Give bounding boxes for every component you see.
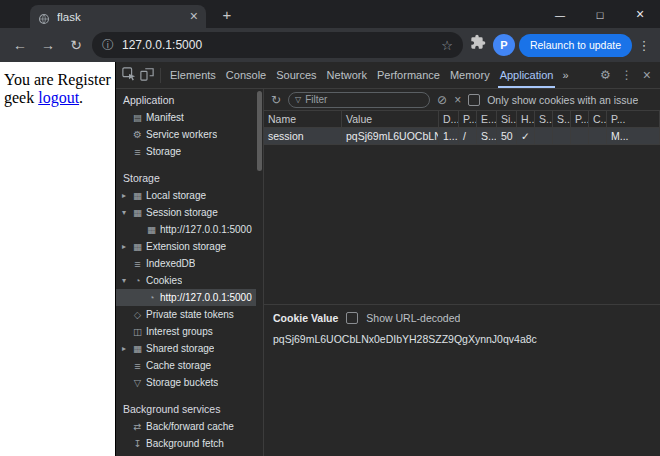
devtools-tab-memory[interactable]: Memory: [445, 62, 495, 88]
column-header-s-8[interactable]: S...: [553, 111, 571, 127]
new-tab-button[interactable]: [216, 4, 238, 26]
delete-selected-icon[interactable]: [454, 93, 461, 107]
devtools-menu-icon[interactable]: [616, 68, 638, 82]
tree-item-local-storage[interactable]: ▸Local storage: [116, 187, 256, 204]
browser-toolbar: 127.0.0.1:5000 P Relaunch to update: [0, 28, 660, 62]
tab-title: flask: [57, 11, 190, 23]
site-info-icon[interactable]: [102, 37, 114, 54]
tree-item-label: http://127.0.0.1:5000: [160, 224, 252, 235]
cookie-cell-11: M...: [607, 128, 660, 144]
column-header-c-10[interactable]: C...: [589, 111, 607, 127]
tree-item-label: Cookies: [146, 275, 182, 286]
minimize-button[interactable]: [540, 0, 580, 28]
tree-item-indexeddb[interactable]: IndexedDB: [116, 255, 256, 272]
column-header-h-6[interactable]: H...: [517, 111, 535, 127]
storage-icon: [131, 207, 144, 218]
tree-item-http-127-0-0-1-5000[interactable]: http://127.0.0.1:5000: [116, 221, 256, 238]
column-header-name-0[interactable]: Name: [264, 111, 342, 127]
tree-item-http-127-0-0-1-5000[interactable]: http://127.0.0.1:5000: [116, 289, 256, 306]
devtools-tab-elements[interactable]: Elements: [165, 62, 221, 88]
browser-tab[interactable]: flask: [30, 5, 206, 28]
tree-item-background-fetch[interactable]: Background fetch: [116, 435, 256, 452]
tree-item-label: Cache storage: [146, 360, 211, 371]
tree-item-service-workers[interactable]: Service workers: [116, 126, 256, 143]
devtools-tab-network[interactable]: Network: [322, 62, 372, 88]
tree-item-session-storage[interactable]: ▾Session storage: [116, 204, 256, 221]
tree-item-manifest[interactable]: Manifest: [116, 109, 256, 126]
cookie-cell-5: 50: [497, 128, 517, 144]
cookie-value-text: pqSj69mL6UOCbLNx0eDIbYH28SZZ9QgXynnJ0qv4…: [273, 333, 651, 345]
column-header-p-3[interactable]: P...: [459, 111, 477, 127]
column-header-p-9[interactable]: P...: [571, 111, 589, 127]
toolbar-divider: [160, 68, 161, 83]
inspect-element-icon[interactable]: [120, 67, 138, 83]
device-toolbar-icon[interactable]: [138, 67, 156, 83]
storage-icon: [131, 190, 144, 201]
refresh-icon[interactable]: [271, 93, 281, 107]
tree-item-label: Local storage: [146, 190, 206, 201]
browser-menu-icon[interactable]: [636, 38, 652, 53]
tree-item-extension-storage[interactable]: ▸Extension storage: [116, 238, 256, 255]
show-url-decoded-checkbox[interactable]: [346, 312, 358, 324]
forward-icon[interactable]: [36, 33, 60, 57]
expander-collapsed-icon[interactable]: ▸: [122, 191, 131, 200]
tree-item-shared-storage[interactable]: ▸Shared storage: [116, 340, 256, 357]
cookie-value-preview: Cookie Value Show URL-decoded pqSj69mL6U…: [264, 304, 660, 456]
logout-link[interactable]: logout: [38, 89, 79, 106]
database-icon: [131, 146, 144, 158]
cookie-value-title: Cookie Value: [273, 312, 338, 324]
back-icon[interactable]: [8, 33, 32, 57]
tree-section-storage: Storage: [116, 169, 256, 187]
manifest-icon: [131, 112, 144, 123]
window-close-button[interactable]: [620, 0, 660, 28]
devtools-tab-list: ElementsConsoleSourcesNetworkPerformance…: [165, 62, 558, 88]
tree-item-background-syncs[interactable]: Background syncs: [116, 452, 256, 456]
cookie-icon: [145, 292, 158, 303]
tree-item-cookies[interactable]: ▾Cookies: [116, 272, 256, 289]
cookie-table-row[interactable]: sessionpqSj69mL6UOCbLNx...1.../S...50✓M.…: [264, 128, 660, 145]
column-header-value-1[interactable]: Value: [342, 111, 439, 127]
cookie-cell-6: ✓: [517, 128, 535, 144]
maximize-button[interactable]: [580, 0, 620, 28]
tree-item-label: Manifest: [146, 112, 184, 123]
profile-avatar[interactable]: P: [493, 34, 515, 56]
devtools-tab-application[interactable]: Application: [495, 62, 559, 88]
column-header-p-11[interactable]: P...: [607, 111, 660, 127]
expander-collapsed-icon[interactable]: ▸: [122, 242, 131, 251]
column-header-si-5[interactable]: Si...: [497, 111, 517, 127]
devtools-tab-performance[interactable]: Performance: [372, 62, 445, 88]
tree-item-back-forward-cache[interactable]: Back/forward cache: [116, 418, 256, 435]
tree-item-storage-buckets[interactable]: Storage buckets: [116, 374, 256, 391]
tab-close-icon[interactable]: [190, 10, 198, 23]
relaunch-update-button[interactable]: Relaunch to update: [519, 34, 632, 57]
address-bar[interactable]: 127.0.0.1:5000: [92, 32, 463, 58]
sidebar-scrollbar[interactable]: [256, 89, 263, 456]
reload-icon[interactable]: [64, 33, 88, 57]
cookie-filter[interactable]: [288, 92, 430, 108]
devtools-tab-console[interactable]: Console: [221, 62, 271, 88]
devtools-close-icon[interactable]: [638, 67, 656, 83]
expander-collapsed-icon[interactable]: ▸: [122, 344, 131, 353]
tree-item-private-state-tokens[interactable]: Private state tokens: [116, 306, 256, 323]
service-worker-icon: [131, 129, 144, 140]
column-header-e-4[interactable]: E...: [477, 111, 497, 127]
devtools-settings-icon[interactable]: [595, 68, 616, 82]
clear-all-cookies-icon[interactable]: [437, 93, 447, 107]
bookmark-star-icon[interactable]: [441, 38, 453, 53]
only-issues-checkbox[interactable]: [468, 94, 480, 106]
tree-item-interest-groups[interactable]: Interest groups: [116, 323, 256, 340]
devtools-tab-sources[interactable]: Sources: [271, 62, 321, 88]
column-header-d-2[interactable]: D...: [439, 111, 459, 127]
tree-item-storage[interactable]: Storage: [116, 143, 256, 160]
scrollbar-thumb[interactable]: [257, 91, 262, 171]
extensions-icon[interactable]: [467, 33, 489, 57]
url-text: 127.0.0.1:5000: [122, 38, 441, 52]
more-tabs-icon[interactable]: [558, 69, 572, 81]
column-header-s-7[interactable]: S...: [535, 111, 553, 127]
cookie-filter-input[interactable]: [305, 94, 423, 105]
expander-expanded-icon[interactable]: ▾: [122, 276, 131, 285]
tree-item-label: Storage: [146, 146, 181, 157]
expander-expanded-icon[interactable]: ▾: [122, 208, 131, 217]
tree-item-cache-storage[interactable]: Cache storage: [116, 357, 256, 374]
show-url-decoded-label: Show URL-decoded: [366, 312, 460, 324]
